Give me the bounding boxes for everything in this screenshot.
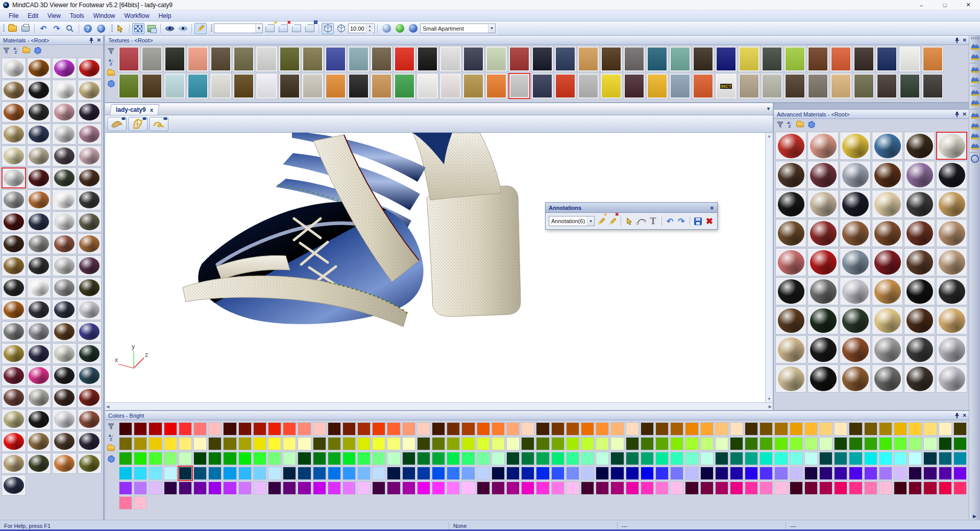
color-swatch[interactable] — [477, 467, 490, 480]
color-swatch[interactable] — [745, 422, 758, 436]
color-swatch[interactable] — [521, 481, 534, 495]
color-swatch[interactable] — [193, 452, 207, 465]
material-swatch[interactable] — [52, 211, 77, 232]
color-swatch[interactable] — [119, 496, 132, 510]
open-library-icon[interactable] — [22, 48, 30, 53]
color-swatch[interactable] — [387, 422, 400, 436]
color-swatch[interactable] — [685, 452, 698, 465]
color-swatch[interactable] — [626, 452, 639, 465]
material-swatch[interactable] — [2, 431, 26, 452]
color-swatch[interactable] — [283, 481, 296, 495]
material-swatch[interactable] — [78, 124, 102, 144]
color-swatch[interactable] — [119, 452, 132, 465]
color-swatch[interactable] — [134, 422, 147, 436]
color-swatch[interactable] — [521, 467, 534, 480]
color-swatch[interactable] — [447, 452, 460, 465]
color-swatch[interactable] — [134, 496, 147, 510]
color-swatch[interactable] — [268, 452, 281, 465]
filter-icon[interactable] — [108, 48, 114, 55]
texture-swatch[interactable] — [233, 73, 255, 99]
toggle-heel-visibility-button[interactable] — [149, 117, 168, 131]
texture-swatch[interactable] — [141, 73, 163, 99]
color-swatch[interactable] — [283, 422, 296, 436]
color-swatch[interactable] — [477, 422, 490, 436]
scene-new-button[interactable]: ★ — [264, 23, 276, 34]
texture-swatch[interactable] — [899, 73, 921, 99]
color-swatch[interactable] — [939, 467, 952, 480]
color-swatch[interactable] — [626, 422, 639, 436]
material-swatch[interactable] — [78, 233, 102, 254]
color-swatch[interactable] — [864, 467, 877, 480]
color-swatch[interactable] — [685, 422, 698, 436]
scroll-up-icon[interactable]: ▲ — [767, 134, 771, 138]
advanced-material-swatch[interactable] — [904, 219, 935, 247]
color-swatch[interactable] — [357, 452, 371, 465]
color-swatch[interactable] — [536, 452, 549, 465]
color-swatch[interactable] — [774, 467, 788, 480]
color-swatch[interactable] — [342, 422, 356, 436]
color-swatch[interactable] — [670, 481, 683, 495]
color-swatch[interactable] — [447, 422, 460, 436]
menu-tools[interactable]: Tools — [65, 11, 89, 21]
color-swatch[interactable] — [819, 481, 832, 495]
color-swatch[interactable] — [536, 481, 549, 495]
material-swatch[interactable] — [2, 365, 26, 386]
material-swatch[interactable] — [78, 431, 102, 452]
color-swatch[interactable] — [566, 467, 579, 480]
texture-swatch[interactable] — [164, 73, 186, 99]
open-folder-button[interactable] — [6, 23, 18, 34]
close-icon[interactable]: ✕ — [963, 413, 967, 418]
advanced-material-swatch[interactable] — [840, 306, 871, 334]
material-swatch[interactable] — [27, 343, 52, 364]
advanced-material-swatch[interactable] — [936, 248, 967, 276]
color-swatch[interactable] — [834, 437, 847, 450]
advanced-material-swatch[interactable] — [904, 190, 935, 218]
color-swatch[interactable] — [700, 467, 714, 480]
color-swatch[interactable] — [730, 422, 743, 436]
vertical-scrollbar[interactable]: ▲ ▼ — [765, 133, 773, 402]
color-swatch[interactable] — [357, 467, 371, 480]
texture-swatch[interactable] — [761, 73, 783, 99]
color-swatch[interactable] — [745, 467, 758, 480]
toggle-upper-visibility-button[interactable] — [128, 117, 148, 131]
color-swatch[interactable] — [655, 422, 669, 436]
texture-swatch[interactable] — [577, 46, 599, 72]
advanced-material-swatch[interactable] — [775, 248, 806, 276]
color-swatch[interactable] — [909, 467, 922, 480]
color-swatch[interactable] — [596, 481, 609, 495]
color-swatch[interactable] — [402, 481, 415, 495]
advanced-material-swatch[interactable] — [936, 365, 967, 393]
color-swatch[interactable] — [790, 437, 803, 450]
menu-view[interactable]: View — [43, 11, 65, 21]
material-swatch[interactable] — [78, 167, 102, 188]
color-swatch[interactable] — [432, 437, 445, 450]
texture-swatch[interactable] — [600, 73, 622, 99]
advanced-material-swatch[interactable] — [807, 161, 839, 189]
color-swatch[interactable] — [119, 437, 132, 450]
texture-swatch[interactable]: INCT — [715, 73, 737, 99]
color-swatch[interactable] — [953, 452, 967, 465]
material-swatch[interactable] — [27, 233, 52, 254]
color-swatch[interactable] — [432, 467, 445, 480]
texture-swatch[interactable] — [807, 73, 829, 99]
material-swatch[interactable] — [2, 255, 26, 276]
view-persp-1-button[interactable] — [970, 110, 980, 120]
texture-swatch[interactable] — [256, 73, 278, 99]
tab-close-icon[interactable]: x — [150, 107, 153, 113]
color-swatch[interactable] — [492, 437, 505, 450]
color-swatch[interactable] — [596, 437, 609, 450]
color-swatch[interactable] — [670, 467, 683, 480]
material-swatch[interactable] — [2, 124, 26, 144]
color-swatch[interactable] — [834, 481, 847, 495]
color-swatch[interactable] — [492, 422, 505, 436]
color-swatch[interactable] — [164, 452, 177, 465]
color-swatch[interactable] — [164, 467, 177, 480]
color-swatch[interactable] — [536, 422, 549, 436]
texture-swatch[interactable] — [348, 46, 370, 72]
scene-delete-button[interactable]: ✖ — [277, 23, 289, 34]
texture-swatch[interactable] — [325, 46, 347, 72]
material-swatch[interactable] — [52, 102, 77, 123]
color-swatch[interactable] — [521, 422, 534, 436]
texture-swatch[interactable] — [853, 73, 875, 99]
material-swatch[interactable] — [52, 277, 77, 298]
